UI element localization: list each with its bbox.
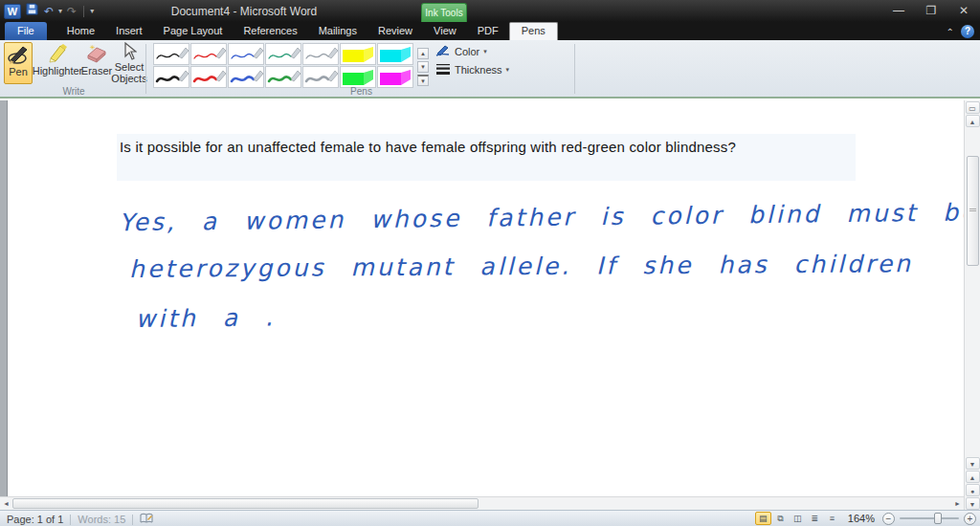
- horizontal-scrollbar[interactable]: ◄ ►: [0, 496, 964, 510]
- tab-page-layout[interactable]: Page Layout: [153, 22, 234, 40]
- gallery-scroll-buttons: ▲ ▼ ▼: [417, 48, 429, 86]
- scroll-left-icon[interactable]: ◄: [0, 498, 12, 510]
- collapse-ribbon-icon[interactable]: ⌃: [947, 27, 954, 37]
- ruler-toggle-icon[interactable]: ▭: [966, 101, 980, 114]
- select-browse-object-icon[interactable]: ●: [966, 484, 980, 496]
- tab-home[interactable]: Home: [56, 22, 105, 40]
- pen-icon: [7, 43, 30, 66]
- ribbon: Pen Highlighter ✳ Eraser Select Objects: [0, 40, 980, 99]
- pens-group: ▲ ▼ ▼ Color ▾ Thickness ▾: [148, 40, 574, 97]
- close-button[interactable]: ✕: [955, 3, 972, 18]
- document-area: Is it possible for an unaffected female …: [0, 100, 964, 496]
- eraser-label: Eraser: [81, 65, 112, 77]
- document-page[interactable]: Is it possible for an unaffected female …: [9, 100, 964, 496]
- print-layout-view-button[interactable]: ▤: [755, 512, 771, 525]
- highlighter-style-yellow[interactable]: [340, 43, 376, 65]
- draft-view-button[interactable]: ≡: [824, 512, 840, 525]
- vertical-scrollbar-thumb[interactable]: [967, 156, 979, 266]
- color-dropdown[interactable]: Color ▾: [435, 45, 509, 58]
- pen-style-black-thick[interactable]: [153, 66, 189, 88]
- pen-style-blue-thin[interactable]: [228, 43, 264, 65]
- full-screen-reading-view-button[interactable]: ⧉: [772, 512, 789, 525]
- pen-style-red-thick[interactable]: [190, 66, 227, 88]
- thickness-dropdown[interactable]: Thickness ▾: [435, 63, 509, 77]
- zoom-slider[interactable]: [900, 517, 959, 519]
- quick-access-toolbar: W ↶ ▾ ↷ ▾: [4, 3, 94, 19]
- pen-style-blue-thick[interactable]: [228, 66, 264, 88]
- zoom-slider-thumb[interactable]: [934, 513, 942, 524]
- pens-group-label: Pens: [148, 86, 574, 97]
- zoom-in-icon[interactable]: +: [964, 513, 976, 525]
- word-count[interactable]: Words: 15: [78, 514, 125, 525]
- help-icon[interactable]: ?: [961, 25, 974, 38]
- pen-style-silver-thick[interactable]: [302, 66, 339, 88]
- tab-view[interactable]: View: [423, 22, 467, 40]
- window-controls: — ❐ ✕: [890, 3, 972, 18]
- select-objects-label: Select Objects: [111, 61, 146, 84]
- word-logo-icon[interactable]: W: [4, 4, 21, 19]
- proofing-status-icon[interactable]: [140, 513, 153, 526]
- ink-line[interactable]: with a .: [135, 296, 943, 333]
- web-layout-view-button[interactable]: ◫: [790, 512, 806, 525]
- zoom-out-icon[interactable]: −: [882, 513, 895, 525]
- next-page-icon[interactable]: ▼: [966, 497, 980, 510]
- tab-references[interactable]: References: [233, 22, 307, 40]
- status-separator: [70, 515, 71, 525]
- zoom-level[interactable]: 164%: [848, 513, 875, 524]
- vertical-scrollbar[interactable]: ▭ ▲ ▼ ▲ ● ▼: [964, 100, 980, 510]
- svg-text:✳: ✳: [90, 44, 96, 51]
- tab-pens[interactable]: Pens: [509, 22, 558, 40]
- undo-icon[interactable]: ↶: [43, 4, 55, 19]
- pen-style-red-thin[interactable]: [190, 43, 227, 65]
- pen-button[interactable]: Pen: [4, 42, 33, 84]
- scroll-down-icon[interactable]: ▼: [966, 457, 980, 470]
- pen-style-gallery: [153, 43, 413, 88]
- select-arrow-icon: [122, 42, 137, 61]
- write-group-label: Write: [2, 86, 145, 97]
- handwritten-ink-answer[interactable]: Yes, a women whose father is color blind…: [119, 199, 944, 333]
- tab-pdf[interactable]: PDF: [467, 22, 509, 40]
- outline-view-button[interactable]: ≣: [807, 512, 823, 525]
- gallery-up-icon[interactable]: ▲: [417, 48, 429, 59]
- select-objects-button[interactable]: Select Objects: [113, 42, 145, 84]
- pen-style-green-thin[interactable]: [265, 43, 301, 65]
- highlighter-style-magenta[interactable]: [377, 66, 413, 88]
- ink-line[interactable]: Yes, a women whose father is color blind…: [119, 199, 942, 237]
- pen-style-silver-thin[interactable]: [302, 43, 339, 65]
- ink-line[interactable]: heterozygous mutant allele. If she has c…: [129, 250, 943, 283]
- color-icon: [435, 45, 451, 58]
- gallery-more-icon[interactable]: ▼: [417, 75, 429, 86]
- pen-label: Pen: [9, 66, 28, 77]
- minimize-button[interactable]: —: [890, 3, 907, 18]
- tab-review[interactable]: Review: [368, 22, 423, 40]
- ribbon-tab-row: FileHomeInsertPage LayoutReferencesMaili…: [0, 22, 980, 40]
- highlighter-icon: [47, 42, 68, 65]
- pen-style-black-thin[interactable]: [153, 43, 189, 65]
- previous-page-icon[interactable]: ▲: [966, 471, 980, 483]
- thickness-icon: [435, 63, 451, 77]
- tab-insert[interactable]: Insert: [105, 22, 153, 40]
- gallery-down-icon[interactable]: ▼: [417, 61, 429, 73]
- eraser-button[interactable]: ✳ Eraser: [81, 42, 112, 84]
- scroll-right-icon[interactable]: ►: [951, 498, 964, 510]
- highlighter-button[interactable]: Highlighter: [36, 42, 78, 84]
- undo-dropdown-icon[interactable]: ▾: [58, 7, 62, 15]
- question-text[interactable]: Is it possible for an unaffected female …: [120, 137, 847, 158]
- highlighter-style-green[interactable]: [340, 66, 376, 88]
- page-indicator[interactable]: Page: 1 of 1: [7, 514, 63, 525]
- horizontal-scrollbar-thumb[interactable]: [12, 498, 479, 509]
- tab-file[interactable]: File: [5, 22, 47, 40]
- highlighter-style-cyan[interactable]: [377, 43, 413, 65]
- redo-icon[interactable]: ↷: [66, 4, 78, 19]
- restore-button[interactable]: ❐: [923, 3, 940, 18]
- tab-mailings[interactable]: Mailings: [308, 22, 368, 40]
- pen-style-green-thick[interactable]: [265, 66, 301, 88]
- status-separator: [132, 515, 133, 525]
- scroll-up-icon[interactable]: ▲: [966, 115, 980, 127]
- document-left-margin-strip: [0, 100, 8, 496]
- word-window: W ↶ ▾ ↷ ▾ Document4 - Microsoft Word Ink…: [0, 0, 980, 526]
- save-icon[interactable]: [25, 3, 39, 19]
- status-right: ▤⧉◫≣≡ 164% − +: [755, 512, 976, 525]
- customize-qat-icon[interactable]: ▾: [90, 7, 94, 15]
- view-shortcuts: ▤⧉◫≣≡: [755, 512, 840, 525]
